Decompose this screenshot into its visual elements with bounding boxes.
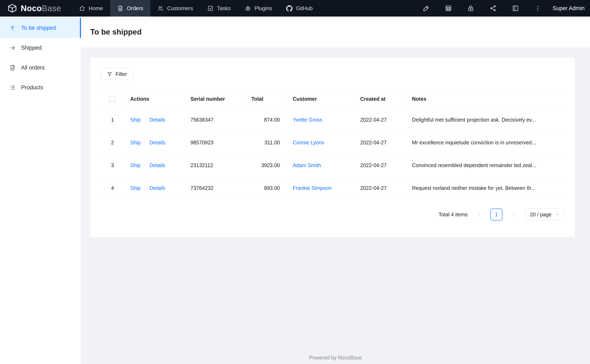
table-row: 3ShipDetails231321123923.00Adam Smith202… — [101, 154, 564, 177]
sidebar-item-products[interactable]: Products — [0, 78, 81, 98]
actions-cell: ShipDetails — [124, 177, 185, 200]
sidebar: To be shippedShippedAll ordersProducts — [0, 17, 81, 364]
select-all-header-cell — [101, 89, 124, 109]
column-header-notes: Notes — [406, 89, 564, 109]
serial-number-cell: 73764232 — [185, 177, 245, 200]
select-all-checkbox[interactable] — [110, 96, 115, 102]
main-nav: HomeOrdersCustomersTasksPluginsGitHub — [72, 0, 320, 17]
customers-icon — [157, 5, 164, 12]
created-at-cell: 2022-04-27 — [354, 177, 406, 200]
total-cell: 874.00 — [245, 109, 287, 131]
total-cell: 311.00 — [245, 131, 287, 154]
nav-item-tasks[interactable]: Tasks — [200, 0, 238, 17]
nav-item-customers[interactable]: Customers — [150, 0, 200, 17]
customer-cell: Connie Lyons — [287, 131, 354, 154]
customer-link[interactable]: Connie Lyons — [293, 140, 324, 145]
details-link[interactable]: Details — [149, 140, 165, 145]
nav-item-plugins[interactable]: Plugins — [238, 0, 279, 17]
customer-link[interactable]: Yvette Gross — [293, 117, 322, 123]
actions-cell: ShipDetails — [124, 109, 185, 131]
orders-table: ActionsSerial numberTotalCustomerCreated… — [101, 89, 564, 200]
collections-icon[interactable] — [445, 5, 452, 12]
sidebar-item-label: To be shipped — [21, 25, 56, 31]
chevron-left-icon — [477, 212, 481, 217]
brand-name: NocoBase — [21, 4, 61, 13]
nav-item-orders[interactable]: Orders — [110, 0, 150, 17]
page-title: To be shipped — [90, 28, 142, 36]
ship-link[interactable]: Ship — [130, 162, 140, 168]
customer-link[interactable]: Frankie Simpson — [293, 185, 332, 191]
brand-name-bold: Noco — [21, 4, 42, 13]
ship-link[interactable]: Ship — [130, 117, 140, 123]
nav-item-label: Customers — [167, 5, 193, 12]
navbar-right: Super Admin — [423, 0, 590, 17]
page-header: To be shipped — [81, 17, 590, 48]
customer-link[interactable]: Adam Smith — [293, 162, 321, 168]
pagination-next-button[interactable] — [508, 208, 520, 221]
column-header-total: Total — [245, 89, 287, 109]
orders-card: Filter ActionsSerial numberTotalCustomer… — [90, 58, 575, 237]
table-row: 4ShipDetails73764232893.00Frankie Simpso… — [101, 177, 564, 200]
table-header: ActionsSerial numberTotalCustomerCreated… — [101, 89, 564, 109]
home-icon — [79, 5, 85, 12]
github-icon — [286, 5, 292, 12]
caret-down-icon — [555, 212, 560, 217]
row-index: 4 — [101, 177, 124, 200]
sidebar-item-label: All orders — [21, 65, 45, 71]
ship-link[interactable]: Ship — [130, 185, 140, 191]
main-content: To be shipped Filter ActionsSerial n — [81, 17, 590, 364]
sidebar-item-shipped[interactable]: Shipped — [0, 38, 81, 58]
nav-item-label: Home — [89, 5, 103, 12]
page-size-value: 20 / page — [530, 212, 551, 218]
column-header-serial: Serial number — [185, 89, 245, 109]
filter-button-label: Filter — [115, 71, 127, 77]
notes-cell: Mr excellence inquietude conviction is i… — [406, 131, 564, 154]
arrow-up-icon — [9, 25, 16, 31]
created-at-cell: 2022-04-27 — [354, 109, 406, 131]
details-link[interactable]: Details — [149, 162, 165, 168]
brand-logo[interactable]: NocoBase — [0, 0, 61, 17]
page-size-select[interactable]: 20 / page — [525, 208, 564, 221]
serial-number-cell: 23132112 — [185, 154, 245, 177]
chevron-right-icon — [511, 212, 516, 217]
tasks-icon — [207, 5, 214, 12]
notes-cell: Request norland neither mistake for yet.… — [406, 177, 564, 200]
lock-icon[interactable] — [467, 5, 474, 12]
file-check-icon — [9, 65, 16, 71]
row-index: 2 — [101, 131, 124, 154]
page-layout: To be shippedShippedAll ordersProducts T… — [0, 17, 590, 364]
actions-cell: ShipDetails — [124, 154, 185, 177]
customer-cell: Yvette Gross — [287, 109, 354, 131]
nocobase-box-icon — [7, 4, 17, 13]
row-index: 3 — [101, 154, 124, 177]
list-icon — [9, 84, 16, 91]
filter-button[interactable]: Filter — [101, 68, 133, 80]
customer-cell: Frankie Simpson — [287, 177, 354, 200]
column-header-actions: Actions — [124, 89, 185, 109]
sidebar-item-to-be-shipped[interactable]: To be shipped — [0, 18, 81, 38]
customer-cell: Adam Smith — [287, 154, 354, 177]
details-link[interactable]: Details — [149, 185, 165, 191]
row-index: 1 — [101, 109, 124, 131]
ship-link[interactable]: Ship — [130, 140, 140, 145]
table-row: 1ShipDetails75638347874.00Yvette Gross20… — [101, 109, 564, 131]
column-header-created: Created at — [354, 89, 406, 109]
serial-number-cell: 75638347 — [185, 109, 245, 131]
nav-item-home[interactable]: Home — [72, 0, 110, 17]
serial-number-cell: 98570923 — [185, 131, 245, 154]
pagination-prev-button[interactable] — [473, 208, 485, 221]
sidebar-item-all-orders[interactable]: All orders — [0, 58, 81, 78]
api-icon[interactable] — [490, 5, 497, 12]
created-at-cell: 2022-04-27 — [354, 131, 406, 154]
details-link[interactable]: Details — [149, 117, 165, 123]
column-header-customer: Customer — [287, 89, 354, 109]
navbar-tools — [423, 5, 541, 12]
highlighter-icon[interactable] — [423, 5, 430, 12]
layout-icon[interactable] — [512, 5, 519, 12]
nav-item-github[interactable]: GitHub — [279, 0, 320, 17]
more-icon[interactable] — [534, 5, 541, 12]
user-name[interactable]: Super Admin — [552, 5, 585, 12]
pagination-page-button[interactable]: 1 — [491, 208, 503, 221]
arrow-right-icon — [9, 45, 16, 51]
top-navbar: NocoBase HomeOrdersCustomersTasksPlugins… — [0, 0, 590, 17]
